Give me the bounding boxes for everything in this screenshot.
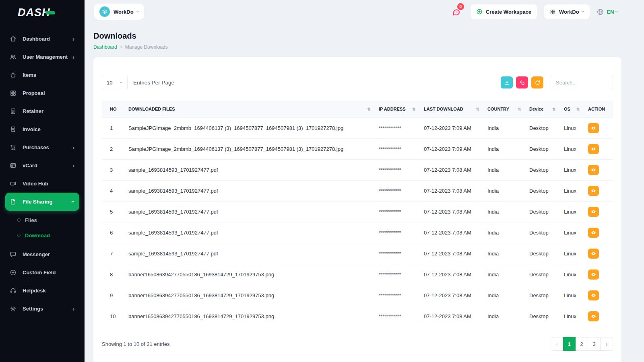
pagination: ‹ 123›	[551, 337, 613, 351]
app-logo[interactable]: DASH	[0, 0, 85, 25]
sidebar-item-items[interactable]: Items	[5, 66, 79, 84]
cell-downloaded-file: banner1650863942770550186_1693814729_170…	[124, 285, 375, 306]
eye-icon	[591, 230, 596, 235]
cell-device: Desktop	[525, 139, 560, 160]
page-button-2[interactable]: 2	[576, 337, 588, 351]
sidebar-item-file-sharing[interactable]: File Sharing›	[5, 193, 79, 211]
sidebar-item-helpdesk[interactable]: Helpdesk	[5, 282, 79, 300]
sidebar-item-proposal[interactable]: Proposal	[5, 84, 79, 102]
column-header-label: LAST DOWNLOAD	[424, 107, 463, 111]
logo-dash-accent	[45, 11, 55, 14]
sort-icon[interactable]: ⇅	[413, 107, 416, 111]
cell-last-download: 07-12-2023 7:08 AM	[420, 306, 483, 327]
language-label: EN	[607, 9, 614, 15]
sidebar-item-messenger[interactable]: Messenger	[5, 245, 79, 263]
home-icon	[10, 35, 17, 42]
sort-icon[interactable]: ⇅	[367, 107, 371, 111]
sort-icon[interactable]: ⇅	[553, 107, 556, 111]
chevron-right-icon: ›	[120, 44, 122, 50]
view-button[interactable]	[588, 269, 599, 280]
sidebar-item-purchases[interactable]: Purchases›	[5, 138, 79, 156]
sidebar-item-invoice[interactable]: Invoice	[5, 120, 79, 138]
items-icon	[10, 72, 17, 78]
view-button[interactable]	[588, 165, 599, 175]
sidebar-item-label: Dashboard	[23, 36, 50, 42]
previous-page-button[interactable]: ‹	[551, 337, 563, 351]
undo-button[interactable]	[516, 76, 528, 88]
view-button[interactable]	[588, 228, 599, 238]
cell-country: India	[483, 306, 525, 327]
sort-icon[interactable]: ⇅	[577, 107, 580, 111]
export-button[interactable]	[501, 76, 513, 88]
cell-ip-address: ***********	[375, 139, 420, 160]
column-header-ip-address[interactable]: IP ADDRESS⇅	[375, 101, 420, 118]
cell-no: 5	[102, 202, 124, 222]
sidebar-item-settings[interactable]: Settings›	[5, 300, 79, 318]
chevron-down-icon: ›	[135, 11, 141, 13]
cell-last-download: 07-12-2023 7:08 AM	[420, 285, 483, 306]
next-page-button[interactable]: ›	[601, 337, 613, 351]
sidebar-item-retainer[interactable]: Retainer	[5, 102, 79, 120]
search-input[interactable]	[551, 75, 613, 90]
table-body: 1SampleJPGImage_2mbmb_1694406137 (3)_169…	[102, 118, 613, 327]
view-button[interactable]	[588, 144, 599, 154]
column-header-label: Device	[529, 107, 543, 111]
sidebar-subitem-download[interactable]: Download	[5, 228, 79, 243]
sidebar-item-user-management[interactable]: User Management›	[5, 48, 79, 66]
workdo-menu-button[interactable]: WorkDo ›	[544, 4, 590, 19]
sidebar-item-custom-field[interactable]: Custom Field	[5, 263, 79, 282]
sidebar-item-video-hub[interactable]: Video Hub	[5, 175, 79, 193]
column-header-action: ACTION	[584, 101, 613, 118]
cell-device: Desktop	[525, 160, 560, 181]
column-header-last-download[interactable]: LAST DOWNLOAD⇅	[420, 101, 483, 118]
page-button-1[interactable]: 1	[563, 337, 576, 351]
view-button[interactable]	[588, 123, 599, 133]
column-header-os[interactable]: OS⇅	[560, 101, 584, 118]
chevron-right-icon: ›	[72, 306, 74, 312]
column-header-downloaded-files[interactable]: DOWNLOADED FILES⇅	[124, 101, 375, 118]
cell-action	[584, 285, 613, 306]
vcard-icon	[10, 162, 17, 169]
cell-no: 10	[102, 306, 124, 327]
topbar: WorkDo › 0 Create Workspace WorkDo ›	[85, 0, 644, 23]
cell-country: India	[483, 181, 525, 202]
cell-last-download: 07-12-2023 7:08 AM	[420, 181, 483, 202]
create-workspace-button[interactable]: Create Workspace	[470, 4, 537, 19]
entries-per-page-select[interactable]: 10 ›	[102, 75, 128, 90]
view-button[interactable]	[588, 249, 599, 259]
view-button[interactable]	[588, 290, 599, 300]
view-button[interactable]	[588, 186, 599, 196]
sidebar-item-dashboard[interactable]: Dashboard›	[5, 30, 79, 48]
language-selector[interactable]: EN ›	[597, 8, 618, 16]
cell-ip-address: ***********	[375, 222, 420, 243]
chevron-right-icon: ›	[72, 144, 74, 150]
view-button[interactable]	[588, 207, 599, 217]
sidebar-subitem-files[interactable]: Files	[5, 212, 79, 228]
breadcrumb-dashboard-link[interactable]: Dashboard	[93, 44, 117, 50]
column-header-device[interactable]: Device⇅	[525, 101, 560, 118]
cell-os: Linux	[560, 160, 584, 181]
cell-os: Linux	[560, 181, 584, 202]
notification-badge: 0	[457, 3, 464, 10]
workspace-selector[interactable]: WorkDo ›	[94, 4, 144, 20]
sort-icon[interactable]: ⇅	[476, 107, 479, 111]
cell-action	[584, 181, 613, 202]
column-header-country[interactable]: COUNTRY⇅	[483, 101, 525, 118]
cell-last-download: 07-12-2023 7:08 AM	[420, 222, 483, 243]
create-workspace-label: Create Workspace	[486, 9, 531, 15]
page-button-3[interactable]: 3	[588, 337, 601, 351]
cell-os: Linux	[560, 139, 584, 160]
messages-button[interactable]: 0	[449, 4, 464, 19]
eye-icon	[591, 125, 596, 131]
cell-country: India	[483, 285, 525, 306]
refresh-button[interactable]	[531, 76, 543, 88]
cell-country: India	[483, 264, 525, 285]
undo-icon	[519, 80, 525, 86]
cell-ip-address: ***********	[375, 264, 420, 285]
cell-device: Desktop	[525, 202, 560, 222]
sort-icon[interactable]: ⇅	[518, 107, 521, 111]
view-button[interactable]	[588, 311, 599, 321]
sidebar-item-vcard[interactable]: vCard›	[5, 156, 79, 175]
cell-os: Linux	[560, 243, 584, 264]
cell-action	[584, 160, 613, 181]
